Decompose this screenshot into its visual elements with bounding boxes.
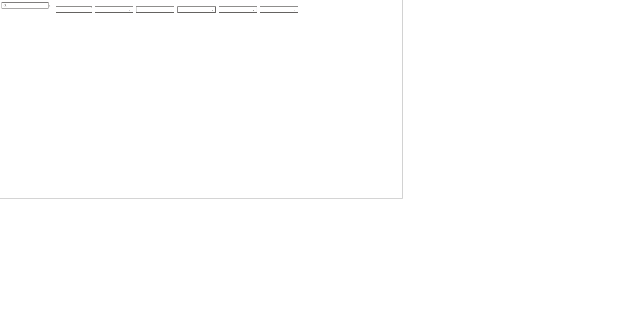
svg-point-0 (4, 4, 6, 6)
filter-search-input[interactable] (56, 6, 92, 13)
chevron-down-icon: ⌄ (170, 8, 172, 11)
main-content: ⌄ ⌄ ⌄ ⌄ (52, 0, 402, 198)
sidebar-search-input[interactable] (8, 4, 47, 7)
filter-invoice-section[interactable]: ⌄ (177, 6, 216, 13)
chevron-down-icon: ⌄ (211, 8, 213, 11)
filter-product-family[interactable]: ⌄ (136, 6, 174, 13)
svg-line-1 (5, 6, 6, 7)
chevron-down-icon: ⌄ (252, 8, 255, 11)
sidebar-search[interactable] (2, 2, 48, 9)
chevron-down-icon: ⌄ (294, 8, 296, 11)
sidebar: « (0, 0, 52, 198)
search-icon (3, 4, 6, 7)
collapse-sidebar-icon[interactable]: « (48, 4, 51, 7)
filter-billing-profile[interactable]: ⌄ (219, 6, 257, 13)
chevron-down-icon: ⌄ (129, 8, 131, 11)
filter-transaction-type[interactable]: ⌄ (95, 6, 133, 13)
filter-timespan[interactable]: ⌄ (260, 6, 298, 13)
filters-bar: ⌄ ⌄ ⌄ ⌄ (56, 6, 399, 13)
